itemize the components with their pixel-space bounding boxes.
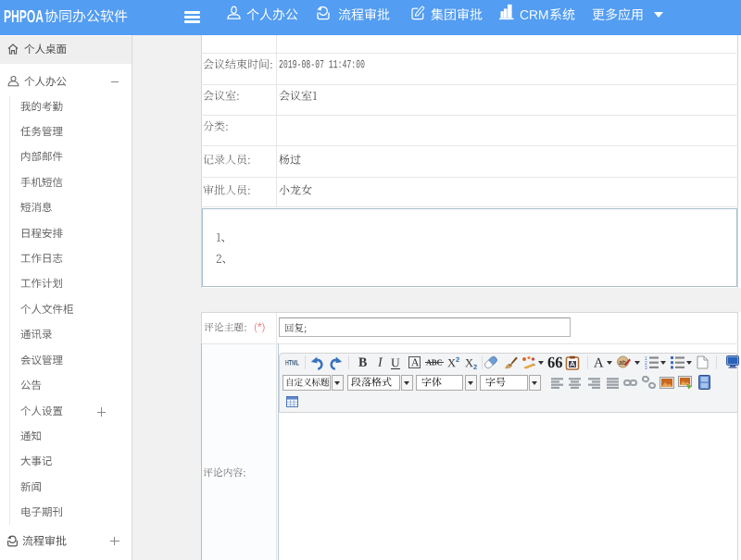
svg-text:ab: ab bbox=[619, 359, 626, 366]
svg-text:2: 2 bbox=[645, 361, 647, 366]
svg-text:1: 1 bbox=[645, 356, 647, 361]
svg-text:3: 3 bbox=[645, 366, 647, 370]
